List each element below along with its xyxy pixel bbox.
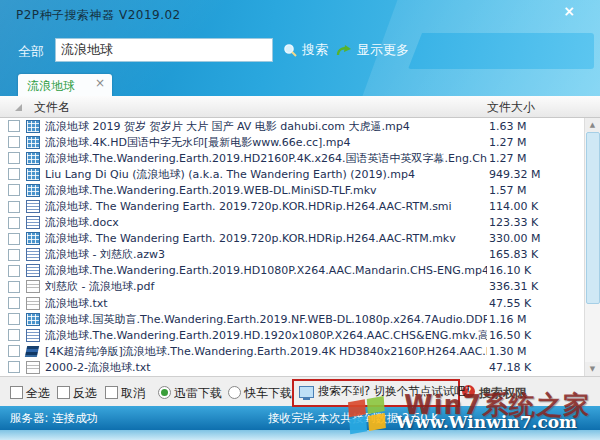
file-name: 流浪地球. The Wandering Earth. 2019.720p.KOR… bbox=[45, 231, 487, 246]
bottom-strip bbox=[0, 430, 600, 440]
thunder-download-label: 迅雷下载 bbox=[174, 385, 222, 402]
file-name: 流浪地球 - 刘慈欣.azw3 bbox=[45, 247, 487, 262]
scrollbar-thumb[interactable] bbox=[586, 132, 600, 304]
app-window: P2P种子搜索神器 V2019.02 × 全部 搜索 bbox=[0, 0, 600, 440]
invert-select-label: 反选 bbox=[73, 385, 97, 402]
file-name: 流浪地球.The.Wandering.Earth.2019.HD.1920x10… bbox=[45, 328, 487, 343]
row-checkbox[interactable] bbox=[8, 249, 20, 261]
search-button[interactable]: 搜索 bbox=[283, 41, 328, 59]
scope-label[interactable]: 全部 bbox=[18, 43, 44, 61]
select-all-label: 全选 bbox=[26, 385, 50, 402]
row-checkbox[interactable] bbox=[8, 265, 20, 277]
table-row[interactable]: 流浪地球.The.Wandering.Earth.2019.HD1080P.X2… bbox=[0, 263, 585, 279]
tab-search-result[interactable]: 流浪地球 × bbox=[18, 74, 112, 96]
table-row[interactable]: 流浪地球.The.Wandering.Earth.2019.WEB-DL.Min… bbox=[0, 182, 585, 198]
file-name: 流浪地球.txt bbox=[45, 296, 487, 311]
cancel-label: 取消 bbox=[121, 385, 145, 402]
file-name: 流浪地球.国英助盲.The.Wandering.Earth.2019.NF.WE… bbox=[45, 312, 487, 327]
permission-label: 搜索权限 bbox=[479, 385, 527, 402]
table-header: 文件名 文件大小 bbox=[0, 96, 600, 118]
tab-label: 流浪地球 bbox=[27, 78, 75, 95]
close-button[interactable]: × bbox=[558, 3, 580, 21]
table-row[interactable]: 2000-2-流浪地球.txt 47.18 K bbox=[0, 359, 585, 375]
file-size: 165.83 K bbox=[487, 248, 585, 261]
file-name: 流浪地球. The Wandering Earth. 2019.720p.KOR… bbox=[45, 199, 487, 214]
show-more-label: 显示更多 bbox=[357, 41, 409, 59]
table-row[interactable]: 流浪地球. The Wandering Earth. 2019.720p.KOR… bbox=[0, 198, 585, 214]
cancel-checkbox[interactable] bbox=[105, 386, 118, 399]
table-row[interactable]: 流浪地球 2019 贺岁 贺岁片 大片 国产 AV 电影 dahubi.com … bbox=[0, 118, 585, 134]
row-checkbox[interactable] bbox=[8, 152, 20, 164]
switch-node-button[interactable]: 搜索不到? 切换个节点试试吧! bbox=[299, 384, 470, 399]
file-name: 流浪地球.docx bbox=[45, 215, 487, 230]
doc-icon bbox=[26, 329, 40, 342]
row-checkbox[interactable] bbox=[8, 136, 20, 148]
file-name: 2000-2-流浪地球.txt bbox=[45, 360, 487, 375]
scrollbar[interactable]: ▲ ▼ bbox=[584, 118, 600, 376]
file-size: 16.10 K bbox=[487, 264, 585, 277]
server-status: 服务器: 连接成功 bbox=[10, 411, 98, 426]
flashget-download-label: 快车下载 bbox=[244, 385, 292, 402]
row-checkbox[interactable] bbox=[8, 345, 20, 357]
table-row[interactable]: 流浪地球.国英助盲.The.Wandering.Earth.2019.NF.WE… bbox=[0, 311, 585, 327]
file-size: 47.18 K bbox=[487, 361, 585, 374]
table-row[interactable]: 流浪地球 - 刘慈欣.azw3 165.83 K bbox=[0, 247, 585, 263]
file-name: 流浪地球.The.Wandering.Earth.2019.HD1080P.X2… bbox=[45, 263, 487, 278]
table-row[interactable]: 流浪地球.txt 47.55 K bbox=[0, 295, 585, 311]
receive-status: 接收完毕,本次共接到数据:2.50 K bbox=[268, 411, 439, 426]
tab-close-icon[interactable]: × bbox=[95, 76, 105, 90]
table-row[interactable]: 流浪地球.docx 123.33 K bbox=[0, 215, 585, 231]
row-checkbox[interactable] bbox=[8, 168, 20, 180]
row-checkbox[interactable] bbox=[8, 313, 20, 325]
bottom-toolbar: 全选 反选 取消 迅雷下载 快车下载 搜索不到? 切换个节点试试吧! ? 搜索权… bbox=[0, 376, 600, 407]
banner-light-panel bbox=[408, 33, 594, 69]
file-size: 1.16 M bbox=[487, 313, 585, 326]
film-icon bbox=[26, 152, 40, 165]
invert-select-checkbox[interactable] bbox=[57, 386, 70, 399]
table-row[interactable]: [4K超清纯净版]流浪地球.The.Wandering.Earth.2019.4… bbox=[0, 343, 585, 359]
row-checkbox[interactable] bbox=[8, 281, 20, 293]
search-row: 全部 搜索 显示更多 bbox=[0, 30, 600, 72]
file-name: 刘慈欣 - 流浪地球.pdf bbox=[45, 279, 487, 294]
thunder-download-radio[interactable] bbox=[158, 386, 171, 399]
row-checkbox[interactable] bbox=[8, 217, 20, 229]
table-row[interactable]: 流浪地球. The Wandering Earth. 2019.720p.KOR… bbox=[0, 231, 585, 247]
film-icon bbox=[26, 136, 40, 149]
note-icon bbox=[26, 297, 40, 310]
doc-icon bbox=[26, 248, 40, 261]
search-icon bbox=[283, 43, 297, 57]
title-bar: P2P种子搜索神器 V2019.02 × bbox=[0, 0, 600, 30]
column-filesize[interactable]: 文件大小 bbox=[487, 99, 535, 116]
row-checkbox[interactable] bbox=[8, 361, 20, 373]
film-icon bbox=[26, 232, 40, 245]
row-checkbox[interactable] bbox=[8, 184, 20, 196]
status-bar: 服务器: 连接成功 接收完毕,本次共接到数据:2.50 K bbox=[0, 406, 600, 430]
file-name: 流浪地球.The.Wandering.Earth.2019.HD2160P.4K… bbox=[45, 151, 487, 166]
table-row[interactable]: 流浪地球.The.Wandering.Earth.2019.HD2160P.4K… bbox=[0, 150, 585, 166]
file-size: 336.31 K bbox=[487, 280, 585, 293]
file-name: 流浪地球.The.Wandering.Earth.2019.WEB-DL.Min… bbox=[45, 183, 487, 198]
doc-icon bbox=[26, 200, 40, 213]
tab-bar: 流浪地球 × bbox=[0, 72, 600, 96]
file-size: 47.55 K bbox=[487, 297, 585, 310]
row-checkbox[interactable] bbox=[8, 297, 20, 309]
file-size: 1.57 M bbox=[487, 184, 585, 197]
scrollbar-up-icon[interactable]: ▲ bbox=[585, 118, 600, 132]
file-size: 114.00 K bbox=[487, 200, 585, 213]
column-filename[interactable]: 文件名 bbox=[34, 99, 70, 116]
flashget-download-radio[interactable] bbox=[228, 386, 241, 399]
row-checkbox[interactable] bbox=[8, 233, 20, 245]
table-row[interactable]: Liu Lang Di Qiu (流浪地球) (a.k.a. The Wande… bbox=[0, 166, 585, 182]
table-row[interactable]: 流浪地球.4K.HD国语中字无水印[最新电影www.66e.cc].mp4 1.… bbox=[0, 134, 585, 150]
search-input[interactable] bbox=[55, 38, 273, 62]
row-checkbox[interactable] bbox=[8, 201, 20, 213]
film-icon bbox=[26, 120, 40, 133]
select-all-checkbox[interactable] bbox=[10, 386, 23, 399]
row-checkbox[interactable] bbox=[8, 120, 20, 132]
scrollbar-down-icon[interactable]: ▼ bbox=[585, 362, 600, 376]
table-row[interactable]: 刘慈欣 - 流浪地球.pdf 336.31 K bbox=[0, 279, 585, 295]
monitor-icon bbox=[299, 386, 314, 398]
table-row[interactable]: 流浪地球.The.Wandering.Earth.2019.HD.1920x10… bbox=[0, 327, 585, 343]
row-checkbox[interactable] bbox=[8, 329, 20, 341]
show-more-button[interactable]: 显示更多 bbox=[336, 41, 409, 59]
